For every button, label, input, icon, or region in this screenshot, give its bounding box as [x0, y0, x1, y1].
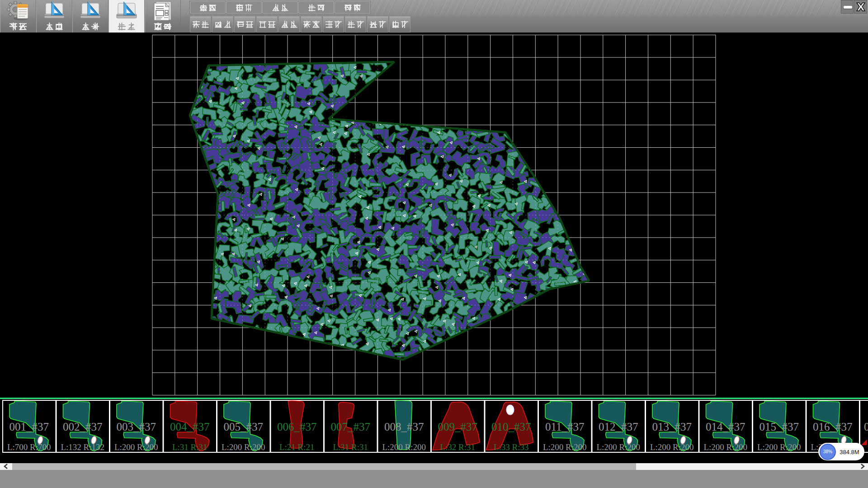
svg-text:010_#37: 010_#37 [491, 421, 531, 433]
svg-text:001_#37: 001_#37 [9, 421, 49, 433]
svg-text:012_#37: 012_#37 [599, 421, 638, 433]
svg-text:004_#37: 004_#37 [170, 421, 210, 433]
svg-text:L:200 R:200: L:200 R:200 [650, 442, 694, 452]
svg-text:002_#37: 002_#37 [63, 421, 103, 433]
svg-text:L:132 R:132: L:132 R:132 [61, 442, 104, 452]
svg-text:L:200 R:200: L:200 R:200 [543, 442, 587, 452]
svg-text:011_#37: 011_#37 [545, 421, 585, 433]
svg-text:L:200 R:200: L:200 R:200 [596, 442, 640, 452]
svg-text:015_#37: 015_#37 [759, 421, 799, 433]
svg-text:005_#37: 005_#37 [223, 421, 263, 433]
svg-text:L:200 R:200: L:200 R:200 [114, 442, 158, 452]
svg-text:L:21 R:21: L:21 R:21 [279, 442, 315, 452]
svg-text:007_#37: 007_#37 [330, 421, 370, 433]
svg-text:009_#37: 009_#37 [438, 421, 477, 433]
svg-text:L:200 R:200: L:200 R:200 [703, 442, 747, 452]
svg-text:L:31 R:31: L:31 R:31 [333, 442, 368, 452]
svg-text:006_#37: 006_#37 [277, 421, 317, 433]
svg-text:008_#37: 008_#37 [384, 421, 424, 433]
svg-text:0: 0 [864, 421, 868, 433]
svg-text:L:200 R:200: L:200 R:200 [222, 442, 265, 452]
svg-text:L:200 R:200: L:200 R:200 [382, 442, 426, 452]
svg-text:L:32 R:31: L:32 R:31 [440, 442, 475, 452]
svg-text:L:700 R:700: L:700 R:700 [7, 442, 51, 452]
svg-text:003_#37: 003_#37 [116, 421, 156, 433]
svg-text:L:33 R:33: L:33 R:33 [494, 442, 529, 452]
svg-text:014_#37: 014_#37 [706, 421, 745, 433]
svg-text:L:31 R:31: L:31 R:31 [172, 442, 208, 452]
svg-text:016_#37: 016_#37 [813, 421, 853, 433]
svg-text:013_#37: 013_#37 [652, 421, 692, 433]
svg-text:L:200 R:200: L:200 R:200 [757, 442, 801, 452]
